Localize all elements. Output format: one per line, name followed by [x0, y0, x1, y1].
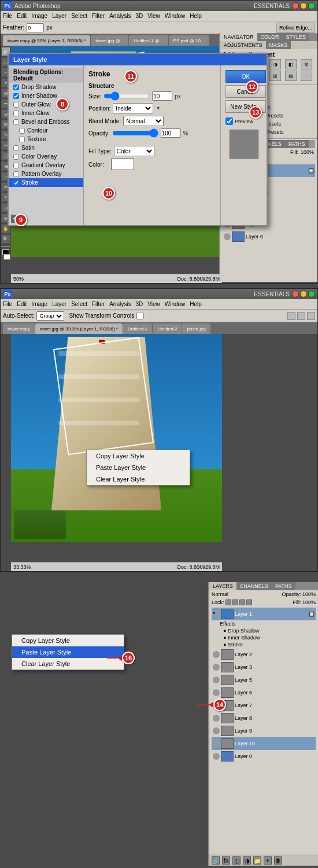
context-clear-style[interactable]: Clear Layer Style: [87, 473, 190, 485]
adjustments-tab[interactable]: ADJUSTMENTS: [220, 41, 266, 49]
stroke-check[interactable]: [13, 180, 19, 186]
adj-posterize[interactable]: ▥: [269, 71, 281, 81]
layer8-row-3[interactable]: Layer 8: [212, 712, 316, 724]
fill-type-select[interactable]: Color Gradient Pattern: [114, 146, 154, 156]
color-overlay-check[interactable]: [13, 154, 19, 160]
style-outer-glow[interactable]: Outer Glow: [9, 100, 83, 109]
feather-input[interactable]: [27, 23, 44, 32]
layers-btn-delete[interactable]: 🗑: [274, 856, 282, 865]
menu-analysis[interactable]: Analysis: [109, 13, 131, 19]
layer8-eye-3[interactable]: [213, 715, 220, 722]
lock3-4[interactable]: [246, 599, 252, 605]
tab-ps-psd[interactable]: PS.psd @ 10...: [169, 35, 209, 46]
color-tab[interactable]: COLOR: [257, 33, 283, 41]
menu-3d[interactable]: 3D: [135, 13, 143, 19]
layer1-row-3[interactable]: ● Layer 1 🔲: [212, 608, 316, 620]
autoselect-select[interactable]: Group Layer: [36, 311, 64, 321]
lock3-1[interactable]: [225, 599, 231, 605]
style-stroke[interactable]: Stroke: [9, 178, 83, 187]
inner-glow-check[interactable]: [13, 111, 19, 116]
adj-channel-mix[interactable]: ⋯: [301, 71, 312, 81]
menu-window[interactable]: Window: [165, 13, 186, 19]
outer-glow-check[interactable]: [13, 102, 19, 108]
gradient-overlay-check[interactable]: [13, 163, 19, 168]
ctx2-copy[interactable]: Copy Layer Style: [12, 635, 124, 646]
adj-bw[interactable]: ◧: [285, 59, 297, 69]
layer5-row-3[interactable]: Layer 5: [212, 674, 316, 686]
layer1-eye-3[interactable]: ●: [213, 610, 220, 617]
min-btn-2[interactable]: [300, 290, 307, 297]
adj-color[interactable]: ⊡: [301, 59, 312, 69]
layers-btn-new[interactable]: +: [264, 856, 272, 865]
close-btn-2[interactable]: [292, 290, 299, 297]
menu-file[interactable]: File: [3, 13, 12, 19]
menu-view[interactable]: View: [147, 13, 160, 19]
menu2-view[interactable]: View: [147, 301, 160, 307]
color-swatch[interactable]: [111, 159, 134, 170]
tab-untitled-1[interactable]: Untitled-1 @...: [129, 35, 168, 46]
bg-color[interactable]: [3, 254, 10, 260]
layer3-row-3[interactable]: Layer 3: [212, 661, 316, 674]
menu-filter[interactable]: Filter: [92, 13, 105, 19]
menu2-layer[interactable]: Layer: [52, 301, 66, 307]
menu2-edit[interactable]: Edit: [17, 301, 27, 307]
layer0-row-3[interactable]: Layer 0: [212, 750, 316, 763]
tab2-untitled2[interactable]: Untitled-2: [153, 323, 182, 334]
layer2-eye-3[interactable]: [213, 651, 220, 658]
layer10-row-3[interactable]: Layer 10: [212, 737, 316, 750]
layer7-row-3[interactable]: Layer 7: [212, 699, 316, 712]
menu2-file[interactable]: File: [3, 301, 12, 307]
layers-btn-fx[interactable]: fx: [222, 856, 230, 865]
satin-check[interactable]: [13, 145, 19, 151]
tab2-untitled1[interactable]: Untitled-1: [123, 323, 152, 334]
size-input[interactable]: [152, 91, 172, 101]
style-pattern-overlay[interactable]: Pattern Overlay: [9, 170, 83, 178]
ok-button[interactable]: OK: [225, 70, 266, 83]
layers-btn-adj[interactable]: ◑: [243, 856, 251, 865]
inner-shadow-check[interactable]: [13, 93, 19, 99]
preview-check[interactable]: [225, 117, 233, 125]
menu-help[interactable]: Help: [190, 13, 202, 19]
style-gradient-overlay[interactable]: Gradient Overlay: [9, 161, 83, 170]
tool-zoom[interactable]: 🔍: [1, 234, 10, 244]
opacity-input[interactable]: [161, 128, 181, 138]
align-icon-3[interactable]: [307, 312, 315, 320]
contour-check[interactable]: [19, 128, 25, 134]
adj-hue[interactable]: ◑: [269, 59, 281, 69]
size-slider[interactable]: [103, 91, 150, 101]
bevel-check[interactable]: [13, 119, 19, 125]
menu-select[interactable]: Select: [71, 13, 87, 19]
layer0-eye-3[interactable]: [213, 753, 220, 760]
style-inner-glow[interactable]: Inner Glow: [9, 109, 83, 117]
tab2-tower-jpg[interactable]: tower.jpg @ 33.3% (Layer 1, RGB/8) *: [35, 323, 123, 334]
menu2-analysis[interactable]: Analysis: [109, 301, 131, 307]
menu2-image[interactable]: Image: [31, 301, 47, 307]
styles-tab[interactable]: STYLES: [283, 33, 310, 41]
layers-btn-mask[interactable]: ◫: [232, 856, 241, 865]
menu2-3d[interactable]: 3D: [135, 301, 143, 307]
masks-tab[interactable]: MASKS: [266, 41, 291, 49]
tab2-paste[interactable]: paste.jpg: [182, 323, 210, 334]
menu2-select[interactable]: Select: [71, 301, 87, 307]
layer6-row-3[interactable]: Layer 6: [212, 686, 316, 699]
channels-tab-3[interactable]: CHANNELS: [236, 582, 272, 590]
style-satin[interactable]: Satin: [9, 144, 83, 152]
tab2-tower-copy[interactable]: tower copy: [3, 323, 35, 334]
layer6-eye-3[interactable]: [213, 689, 220, 696]
style-inner-shadow[interactable]: Inner Shadow: [9, 91, 83, 100]
style-drop-shadow[interactable]: Drop Shadow: [9, 83, 83, 91]
layer9-row-3[interactable]: Layer 9: [212, 724, 316, 737]
paths-tab-1[interactable]: PATHS: [285, 140, 309, 148]
align-icon-2[interactable]: [297, 312, 305, 320]
context-paste-style[interactable]: Paste Layer Style: [87, 462, 190, 473]
menu2-filter[interactable]: Filter: [92, 301, 105, 307]
layers-tab-3[interactable]: LAYERS: [209, 582, 236, 590]
layer2-row-3[interactable]: Layer 2: [212, 648, 316, 661]
max-btn-2[interactable]: [308, 290, 315, 297]
lock3-3[interactable]: [239, 599, 245, 605]
refine-edge-button[interactable]: Refine Edge...: [276, 23, 315, 33]
layer9-eye-3[interactable]: [213, 727, 220, 734]
style-bevel[interactable]: Bevel and Emboss: [9, 117, 83, 126]
layer0-row[interactable]: Layer 0: [223, 230, 315, 243]
lock3-2[interactable]: [232, 599, 238, 605]
